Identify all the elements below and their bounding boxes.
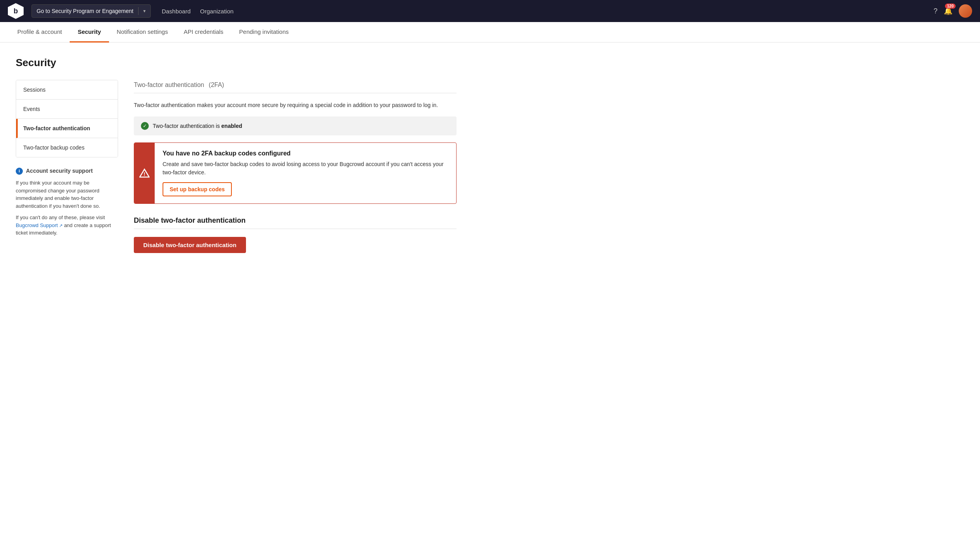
support-box-header: i Account security support (16, 167, 118, 175)
content-area: Two-factor authentication (2FA) Two-fact… (134, 80, 457, 253)
tfa-label: (2FA) (209, 81, 224, 88)
tab-api[interactable]: API credentials (176, 22, 231, 42)
tfa-description: Two-factor authentication makes your acc… (134, 101, 457, 109)
section-divider-1 (134, 93, 457, 93)
nav-right: ? 🔔 120 (934, 4, 972, 18)
sidebar-menu: Sessions Events Two-factor authenticatio… (16, 80, 118, 157)
svg-text:!: ! (144, 171, 145, 177)
support-para1: If you think your account may be comprom… (16, 179, 118, 210)
support-para2: If you can't do any of these, please vis… (16, 214, 118, 237)
sidebar: Sessions Events Two-factor authenticatio… (16, 80, 118, 253)
tab-notifications[interactable]: Notification settings (109, 22, 176, 42)
status-bold: enabled (221, 123, 242, 129)
top-navigation: b Go to Security Program or Engagement ▾… (0, 0, 980, 22)
dropdown-divider (138, 7, 139, 15)
sidebar-item-events[interactable]: Events (16, 100, 118, 119)
notification-badge: 120 (945, 4, 956, 9)
tfa-section-title: Two-factor authentication (2FA) (134, 80, 457, 89)
logo-text: b (14, 7, 18, 15)
main-content: Security Sessions Events Two-factor auth… (0, 42, 472, 267)
tab-profile[interactable]: Profile & account (9, 22, 70, 42)
dropdown-label: Go to Security Program or Engagement (37, 8, 133, 14)
support-title: Account security support (26, 167, 93, 175)
support-box: i Account security support If you think … (16, 167, 118, 237)
backup-warning-box: ! You have no 2FA backup codes configure… (134, 142, 457, 204)
help-icon[interactable]: ? (934, 7, 937, 15)
disable-section-title: Disable two-factor authentication (134, 216, 457, 225)
disable-2fa-button[interactable]: Disable two-factor authentication (134, 237, 246, 253)
page-title: Security (16, 57, 457, 69)
nav-dashboard[interactable]: Dashboard (162, 8, 190, 15)
tab-invitations[interactable]: Pending invitations (231, 22, 297, 42)
warning-desc: Create and save two-factor backup codes … (163, 160, 448, 177)
check-circle-icon: ✓ (141, 122, 149, 130)
tfa-status-banner: ✓ Two-factor authentication is enabled (134, 116, 457, 135)
warning-triangle-icon: ! (139, 168, 150, 179)
notification-wrapper[interactable]: 🔔 120 (944, 7, 952, 15)
security-layout: Sessions Events Two-factor authenticatio… (16, 80, 457, 253)
section-divider-2 (134, 229, 457, 229)
tab-navigation: Profile & account Security Notification … (0, 22, 980, 42)
user-avatar[interactable] (959, 4, 972, 18)
sidebar-item-sessions[interactable]: Sessions (16, 80, 118, 100)
tab-security[interactable]: Security (70, 22, 109, 42)
status-text: Two-factor authentication is enabled (153, 123, 242, 129)
warning-title: You have no 2FA backup codes configured (163, 150, 448, 157)
nav-links: Dashboard Organization (162, 8, 233, 15)
warning-sidebar: ! (134, 143, 155, 203)
chevron-down-icon: ▾ (143, 8, 146, 14)
setup-backup-codes-button[interactable]: Set up backup codes (163, 182, 232, 196)
sidebar-item-backup-codes[interactable]: Two-factor backup codes (16, 138, 118, 157)
nav-organization[interactable]: Organization (200, 8, 233, 15)
warning-content: You have no 2FA backup codes configured … (155, 143, 456, 203)
program-dropdown[interactable]: Go to Security Program or Engagement ▾ (31, 4, 151, 18)
sidebar-item-2fa[interactable]: Two-factor authentication (16, 119, 118, 138)
info-icon: i (16, 168, 23, 175)
logo[interactable]: b (8, 3, 24, 19)
bugcrowd-support-link[interactable]: Bugcrowd Support (16, 222, 63, 228)
